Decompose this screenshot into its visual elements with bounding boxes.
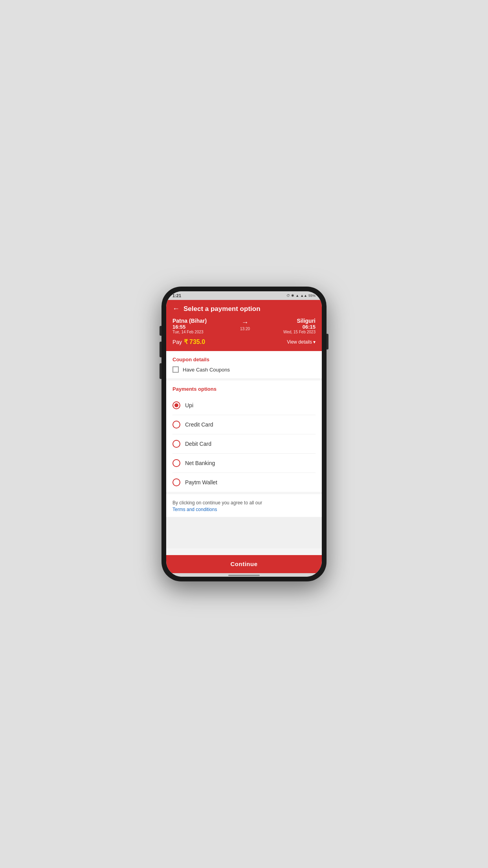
back-button[interactable]: ← [172,305,180,313]
credit-card-radio[interactable] [172,421,180,428]
home-bar [228,575,260,576]
volume-up-button [160,342,161,357]
volume-down-button [160,363,161,379]
status-time: 1:21 [172,293,181,298]
phone-frame: 1:21 ⏱ ✱ ▲ ▲▲ 55% ← Select a payment opt… [161,287,327,581]
arrow-icon: → [242,318,249,327]
journey-to: Siliguri 06:15 Wed, 15 Feb 2023 [283,318,316,334]
payment-option-debit-card[interactable]: Debit Card [172,434,316,454]
chevron-down-icon: ▾ [313,339,316,345]
power-button [327,334,328,349]
to-time: 06:15 [283,324,316,330]
battery-label: 55% [308,294,316,298]
terms-link[interactable]: Terms and conditions [172,507,316,512]
payment-option-paytm[interactable]: Paytm Wallet [172,473,316,492]
from-date: Tue, 14 Feb 2023 [172,330,207,334]
credit-card-label: Credit Card [185,421,213,428]
bottom-spacer [166,517,322,548]
payment-option-credit-card[interactable]: Credit Card [172,415,316,434]
pay-row: Pay ₹ 735.0 View details ▾ [172,338,316,346]
journey-from: Patna (Bihar) 16:55 Tue, 14 Feb 2023 [172,318,207,334]
from-time: 16:55 [172,324,207,330]
bluetooth-icon: ✱ [291,294,294,298]
net-banking-radio[interactable] [172,459,180,467]
payment-section: Payments options Upi Credit Card Debit [166,381,322,492]
view-details-button[interactable]: View details ▾ [287,339,316,345]
debit-card-radio[interactable] [172,440,180,448]
page-header: ← Select a payment option Patna (Bihar) … [166,300,322,351]
page-content: Coupon details Have Cash Coupons Payment… [166,351,322,555]
upi-radio[interactable] [172,401,180,409]
mute-button [160,326,161,336]
clock-icon: ⏱ [286,294,290,298]
journey-info: Patna (Bihar) 16:55 Tue, 14 Feb 2023 → 1… [172,318,316,334]
coupon-section: Coupon details Have Cash Coupons [166,351,322,378]
journey-duration: 13:20 [240,327,250,331]
upi-label: Upi [185,402,193,408]
payment-option-net-banking[interactable]: Net Banking [172,454,316,473]
wifi-icon: ▲ [295,294,299,298]
status-icons: ⏱ ✱ ▲ ▲▲ 55% [286,294,316,298]
payment-section-title: Payments options [172,386,316,392]
cash-coupon-label: Have Cash Coupons [183,367,230,373]
pay-info: Pay ₹ 735.0 [172,338,205,346]
paytm-label: Paytm Wallet [185,479,217,485]
net-banking-label: Net Banking [185,460,215,466]
coupon-section-title: Coupon details [172,357,316,362]
from-city: Patna (Bihar) [172,318,207,324]
paytm-radio[interactable] [172,478,180,486]
signal-icon: ▲▲ [300,294,307,298]
cash-coupon-checkbox[interactable] [172,366,179,373]
pay-label: Pay [172,339,182,345]
continue-bar: Continue [166,555,322,573]
upi-radio-selected [174,403,178,407]
page-title: Select a payment option [183,305,261,313]
payment-option-upi[interactable]: Upi [172,396,316,415]
continue-button[interactable]: Continue [172,561,316,567]
debit-card-label: Debit Card [185,441,211,447]
coupon-row[interactable]: Have Cash Coupons [172,366,316,373]
status-bar: 1:21 ⏱ ✱ ▲ ▲▲ 55% [166,291,322,300]
to-date: Wed, 15 Feb 2023 [283,330,316,334]
phone-screen: 1:21 ⏱ ✱ ▲ ▲▲ 55% ← Select a payment opt… [166,291,322,577]
pay-amount: ₹ 735.0 [184,338,205,345]
view-details-label: View details [287,339,312,345]
journey-arrow: → 13:20 [240,318,250,331]
terms-section: By clicking on continue you agree to all… [166,494,322,517]
to-city: Siliguri [283,318,316,324]
home-indicator [166,573,322,577]
terms-text: By clicking on continue you agree to all… [172,500,262,506]
